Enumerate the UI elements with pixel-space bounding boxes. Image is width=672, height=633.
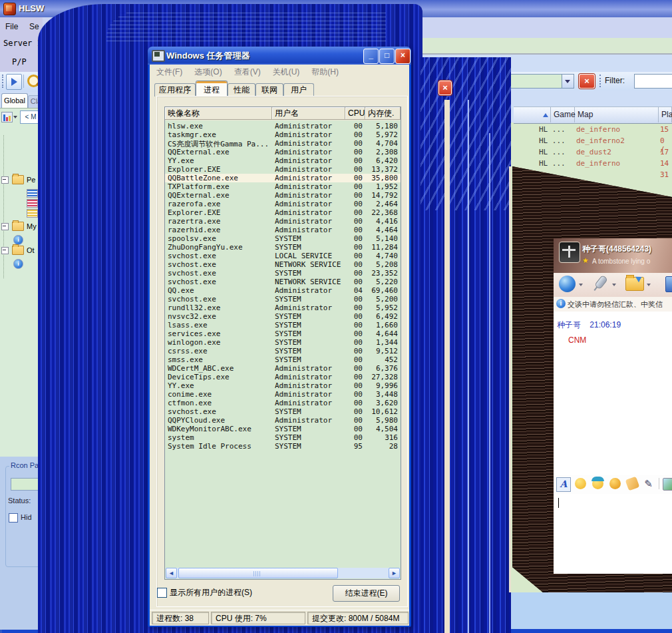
process-row[interactable]: QQBattleZone.exeAdministrator0035,800 [165, 174, 401, 182]
column-map[interactable]: Map [575, 107, 659, 122]
end-process-button[interactable]: 结束进程(E) [333, 585, 400, 602]
process-row[interactable]: QQExternal.exeAdministrator0014,792 [165, 191, 401, 200]
process-row[interactable]: spoolsv.exeSYSTEM005,140 [165, 234, 401, 243]
emoticon-icon[interactable] [575, 478, 586, 489]
qq-input-area[interactable] [554, 494, 672, 574]
combobox-dropdown-button[interactable] [562, 74, 574, 89]
tab-global[interactable]: Global [1, 93, 28, 108]
process-row[interactable]: System Idle ProcessSYSTEM9528 [165, 442, 401, 451]
qq-message-area[interactable]: 种子哥 21:06:19 CNM [554, 312, 672, 475]
tab-processes[interactable]: 进程 [196, 81, 228, 97]
column-players[interactable]: Pla [659, 107, 672, 122]
server-row[interactable]: HL ...de_inferno20 / [514, 135, 672, 146]
process-row[interactable]: svchost.exeNETWORK SERVICE005,220 [165, 278, 401, 286]
nudge-icon[interactable] [625, 477, 640, 491]
menu-options[interactable]: 选项(O) [194, 65, 222, 79]
send-image-icon[interactable] [663, 478, 672, 491]
message-mode-icon[interactable] [665, 276, 672, 292]
minimize-button[interactable]: _ [363, 49, 379, 64]
menu-help[interactable]: 帮助(H) [311, 65, 339, 79]
tab-users[interactable]: 用户 [283, 83, 314, 97]
menu-file[interactable]: 文件(F) [156, 65, 182, 79]
info-icon[interactable]: i [13, 259, 23, 269]
server-row[interactable]: HL ...de_inferno14 [514, 158, 672, 169]
process-row[interactable]: systemSYSTEM00316 [165, 433, 401, 442]
video-call-icon[interactable] [559, 276, 576, 292]
column-cpu[interactable]: CPU [345, 107, 365, 120]
close-button[interactable]: × [395, 49, 411, 64]
hide-checkbox[interactable] [9, 513, 18, 523]
taskmgr-titlebar[interactable]: Windows 任务管理器 _ □ × [148, 47, 411, 65]
process-row[interactable]: hlsw.exeAdministrator005,180 [165, 122, 401, 130]
process-row[interactable]: svchost.exeSYSTEM0010,612 [165, 407, 401, 416]
show-all-users-checkbox[interactable] [157, 588, 167, 598]
process-row[interactable]: QQPYCloud.exeAdministrator005,980 [165, 416, 401, 425]
server-entry-icon[interactable] [27, 209, 38, 218]
process-row[interactable]: DeviceTips.exeAdministrator0027,328 [165, 373, 401, 381]
chevron-down-icon[interactable] [13, 116, 17, 118]
tree-item-personal[interactable]: Pe [1, 175, 43, 186]
process-row[interactable]: lsass.exeSYSTEM001,660 [165, 321, 401, 329]
process-row[interactable]: YY.exeAdministrator009,996 [165, 381, 401, 390]
scroll-left-icon[interactable]: ◄ [166, 568, 177, 578]
process-row[interactable]: TXPlatform.exeAdministrator001,952 [165, 182, 401, 191]
process-row[interactable]: WDCertM_ABC.exeAdministrator006,376 [165, 364, 401, 373]
menu-shutdown[interactable]: 关机(U) [273, 65, 300, 79]
process-row[interactable]: Explorer.EXEAdministrator0013,372 [165, 165, 401, 174]
voice-call-icon[interactable] [594, 275, 608, 290]
clear-filter-button[interactable]: × [579, 74, 595, 89]
column-game[interactable]: Game [551, 107, 575, 122]
process-row[interactable]: razerofa.exeAdministrator002,464 [165, 200, 401, 208]
avatar[interactable] [559, 242, 580, 263]
process-row[interactable]: nvsvc32.exeSYSTEM006,492 [165, 312, 401, 321]
process-row[interactable]: rundll32.exeAdministrator005,952 [165, 304, 401, 312]
process-row[interactable]: YY.exeAdministrator006,420 [165, 156, 401, 165]
process-row[interactable]: ctfmon.exeAdministrator003,620 [165, 399, 401, 407]
column-image-name[interactable]: 映像名称 [165, 107, 272, 120]
info-icon[interactable]: i [13, 235, 23, 245]
column-sort[interactable] [514, 107, 551, 122]
column-user-name[interactable]: 用户名 [272, 107, 345, 120]
process-row[interactable]: QQ.exeAdministrator0469,460 [165, 286, 401, 295]
tree-item-my[interactable]: My [1, 222, 43, 232]
chevron-down-icon[interactable] [647, 284, 651, 286]
chevron-down-icon[interactable] [579, 284, 583, 286]
maximize-button[interactable]: □ [379, 49, 395, 64]
process-row[interactable]: services.exeSYSTEM004,644 [165, 329, 401, 338]
process-row[interactable]: conime.exeAdministrator003,448 [165, 390, 401, 399]
process-row[interactable]: svchost.exeLOCAL SERVICE004,740 [165, 252, 401, 260]
collapse-icon[interactable] [1, 223, 9, 230]
tree-item-other[interactable]: Ot [1, 246, 43, 256]
process-row[interactable]: svchost.exeSYSTEM0023,352 [165, 269, 401, 278]
tab-applications[interactable]: 应用程序 [154, 83, 196, 97]
process-row[interactable]: svchost.exeSYSTEM005,200 [165, 295, 401, 304]
process-row[interactable]: razerhid.exeAdministrator004,464 [165, 226, 401, 234]
chevron-down-icon[interactable] [612, 284, 616, 286]
play-button[interactable] [6, 74, 22, 90]
process-row[interactable]: taskmgr.exeAdministrator005,972 [165, 130, 401, 139]
server-row[interactable]: HL ...de_inferno15 [514, 124, 672, 135]
tab-performance[interactable]: 性能 [228, 83, 255, 97]
column-mem-usage[interactable]: 内存使. [365, 107, 401, 120]
process-row[interactable]: csrss.exeSYSTEM009,512 [165, 347, 401, 355]
screenshot-pencil-icon[interactable]: ✎ [643, 478, 654, 489]
menu-se[interactable]: Se [29, 22, 39, 31]
process-row[interactable]: razertra.exeAdministrator004,416 [165, 217, 401, 226]
process-row[interactable]: ZhuDongFangYu.exeSYSTEM0011,284 [165, 243, 401, 252]
process-row[interactable]: smss.exeSYSTEM00452 [165, 355, 401, 364]
process-row[interactable]: winlogon.exeSYSTEM001,344 [165, 338, 401, 347]
scroll-right-icon[interactable]: ► [389, 568, 400, 578]
server-row[interactable]: HL ...de_dust217 [514, 146, 672, 158]
send-file-icon[interactable] [625, 277, 644, 291]
chart-icon[interactable] [1, 112, 13, 122]
process-row[interactable]: svchost.exeNETWORK SERVICE005,208 [165, 260, 401, 269]
toolbar-grip[interactable] [599, 75, 601, 87]
server-entry-icon[interactable] [27, 189, 38, 198]
process-row[interactable]: Explorer.EXEAdministrator0022,368 [165, 208, 401, 217]
menu-view[interactable]: 查看(V) [234, 65, 261, 79]
collapse-icon[interactable] [1, 176, 9, 184]
process-row[interactable]: QQExternal.exeAdministrator002,308 [165, 148, 401, 156]
magic-emoticon-icon[interactable] [592, 478, 603, 489]
lucky-coin-icon[interactable] [609, 478, 621, 489]
horizontal-scrollbar[interactable]: ◄ ► [166, 568, 400, 578]
